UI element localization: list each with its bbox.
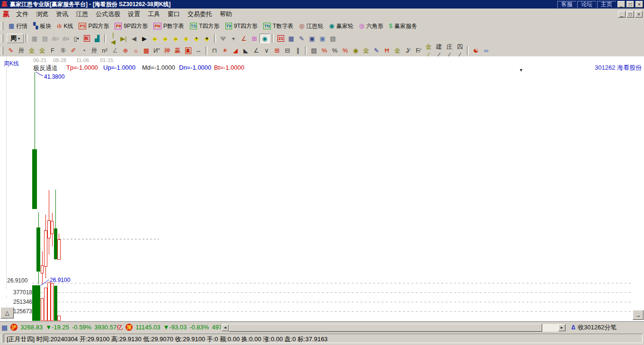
zigzag-icon[interactable]: ∨ <box>261 46 272 55</box>
calendar-icon[interactable]: 21 <box>276 34 286 43</box>
taiji-icon[interactable]: ☯ <box>471 46 481 55</box>
time-cycle-icon[interactable]: ◔ <box>79 46 89 55</box>
zoom-in-icon[interactable]: ◆+ <box>191 34 202 43</box>
chevron-down-icon[interactable]: ▼ <box>519 68 523 73</box>
indicator-name[interactable]: 极反通道 <box>33 64 58 73</box>
squeeze-left-icon[interactable]: ◆← <box>150 34 160 43</box>
indicator-colors-icon[interactable]: ▟ <box>92 34 102 43</box>
parallel-icon[interactable]: ∥ <box>293 46 303 55</box>
child-close-button[interactable]: × <box>635 11 643 18</box>
angle-measure-icon[interactable]: ∠ <box>110 46 120 55</box>
rect-ruler-icon[interactable]: ⊓ <box>209 46 220 55</box>
stat-panel-icon[interactable]: ▤ <box>309 46 319 55</box>
width-measure-icon[interactable]: ↔ <box>193 46 204 55</box>
gold-grid-icon[interactable]: 金 <box>27 46 37 55</box>
j-slash-icon[interactable]: J∕ <box>402 46 413 55</box>
wave-infinity-icon[interactable]: ∞ <box>481 46 492 55</box>
mark-pen-icon[interactable]: ✎ <box>371 46 382 55</box>
gold-channel-icon[interactable]: 金 <box>392 46 402 55</box>
zhuang-slash-icon[interactable]: 庄∕ <box>444 46 455 55</box>
grid-step-icon[interactable]: ⊟ <box>282 46 293 55</box>
squeeze-right-icon[interactable]: ◆→ <box>160 34 170 43</box>
tb-winner-wheel-button[interactable]: ◉赢家轮 <box>326 21 356 31</box>
channel-toggle-icon[interactable]: ◉ <box>259 34 270 43</box>
tb-kline-button[interactable]: ılıK线 <box>54 21 76 31</box>
hand-tool-icon[interactable]: Ψ <box>218 34 228 43</box>
tb-p-number-button[interactable]: PNP数字表 <box>151 21 187 31</box>
spiral5-icon[interactable]: ⑤ <box>58 46 68 55</box>
scroll-right-button[interactable]: → <box>633 310 644 320</box>
jian-slash-icon[interactable]: 建∕ <box>434 46 444 55</box>
rays-icon[interactable]: ☀ <box>220 46 230 55</box>
trend-line-icon[interactable]: ∠ <box>251 46 261 55</box>
menu-item-资讯[interactable]: 资讯 <box>52 9 72 20</box>
si-slash-icon[interactable]: 四∕ <box>455 46 465 55</box>
tb-sectors-button[interactable]: ▚板块 <box>30 21 54 31</box>
tb-quotes-button[interactable]: ▦行情 <box>6 21 30 31</box>
gann-circle-icon[interactable]: ⊕ <box>120 46 131 55</box>
shen-fence-icon[interactable]: 神 <box>162 46 172 55</box>
scrollbar-left-arrow[interactable]: ◄ <box>222 324 229 331</box>
menu-item-浏览[interactable]: 浏览 <box>32 9 52 20</box>
brush-icon[interactable]: ✎ <box>6 46 16 55</box>
percent-drop-icon[interactable]: % <box>319 46 330 55</box>
tb-winner-service-button[interactable]: $赢家服务 <box>386 21 420 31</box>
save-icon[interactable]: ▣ <box>307 34 317 43</box>
gann-grid-icon[interactable]: 卅 <box>16 46 27 55</box>
angle-pen-icon[interactable]: ✐ <box>68 46 79 55</box>
chart-area[interactable]: 周K线 06-2108-2811-0601-15 极反通道Tp=-1.0000U… <box>0 56 644 321</box>
percent-icon[interactable]: % <box>330 46 340 55</box>
circle-grid-icon[interactable]: ▩ <box>141 46 152 55</box>
toolbar-grip[interactable] <box>1 34 3 43</box>
flower-grid-icon[interactable]: ⊞ <box>249 34 259 43</box>
quote-table-icon[interactable]: ▦ <box>1 324 8 331</box>
child-minimize-button[interactable]: _ <box>618 11 626 18</box>
tb-9p-square-button[interactable]: P99P四方形 <box>112 21 151 31</box>
scrollbar-right-arrow[interactable]: ► <box>558 324 565 331</box>
next-bar-icon[interactable]: ▶ <box>139 34 150 43</box>
restore-button[interactable]: □ <box>626 1 634 8</box>
fib-grid-icon[interactable]: F <box>47 46 58 55</box>
square-n-icon[interactable]: n² <box>99 46 110 55</box>
fan-icon[interactable]: ◢ <box>230 46 241 55</box>
toolbar-grip[interactable] <box>1 46 3 55</box>
tick-chart-icon[interactable]: ∆ <box>572 324 575 331</box>
fan2-icon[interactable]: ◣ <box>241 46 251 55</box>
minimize-button[interactable]: _ <box>617 1 625 8</box>
tb-t-number-button[interactable]: TNT数字表 <box>260 21 296 31</box>
exrights-icon[interactable]: 权 <box>81 34 92 43</box>
forum-button[interactable]: 论坛 <box>577 1 596 8</box>
first-bar-icon[interactable]: |◀ <box>108 34 118 43</box>
zoom-out-x-icon[interactable]: ◆↔ <box>170 34 181 43</box>
period-week-button[interactable]: 周▾ <box>7 34 24 43</box>
ray-star-icon[interactable]: ☼ <box>131 46 141 55</box>
tb-9t-square-button[interactable]: T99T四方形 <box>223 21 261 31</box>
grid-red-icon[interactable]: ⊞ <box>272 46 282 55</box>
shanghai-index-icon[interactable]: 沪 <box>10 324 18 331</box>
last-bar-icon[interactable]: ▶| <box>118 34 129 43</box>
menu-item-江恩[interactable]: 江恩 <box>72 9 92 20</box>
print-icon[interactable]: ▤ <box>328 34 338 43</box>
menu-item-交易委托[interactable]: 交易委托 <box>184 9 216 20</box>
gold-level-icon[interactable]: 金 <box>361 46 371 55</box>
tb-gann-wheel-button[interactable]: ◎江恩轮 <box>296 21 326 31</box>
menu-item-文件[interactable]: 文件 <box>12 9 32 20</box>
volume-pane-toggle-button[interactable]: △ <box>0 307 14 318</box>
menu-item-帮助[interactable]: 帮助 <box>216 9 236 20</box>
gold-grid2-icon[interactable]: 金 <box>37 46 47 55</box>
wave-count-icon[interactable]: И" <box>152 46 162 55</box>
prev-bar-icon[interactable]: ◀ <box>129 34 139 43</box>
candle-style-icon[interactable]: ▯▾ <box>71 34 81 43</box>
scrollbar-thumb[interactable] <box>229 324 542 332</box>
menu-item-公式选股[interactable]: 公式选股 <box>92 9 124 20</box>
crosshair-tool-icon[interactable]: + <box>228 34 239 43</box>
child-restore-button[interactable]: □ <box>626 11 634 18</box>
zoom-y-icon[interactable]: ◆↕ <box>181 34 191 43</box>
tb-hexagon-button[interactable]: ◎六角形 <box>356 21 386 31</box>
menu-item-工具[interactable]: 工具 <box>144 9 164 20</box>
tb-t-square-button[interactable]: TST四方形 <box>187 21 223 31</box>
h-channel-icon[interactable]: Ħ <box>382 46 392 55</box>
toolbar-grip[interactable] <box>1 22 3 30</box>
horizontal-scrollbar[interactable]: ◄ ► <box>221 323 566 332</box>
win-grid-icon[interactable]: 赢 <box>183 46 193 55</box>
